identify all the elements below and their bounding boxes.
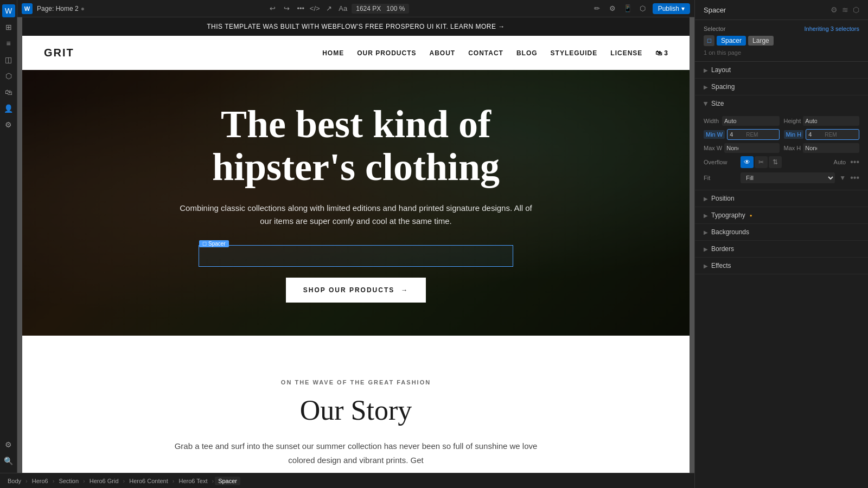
panel-interactions-icon[interactable]: ≋ <box>842 5 848 14</box>
tool-webflow-icon[interactable]: W <box>2 4 15 17</box>
breadcrumb-hero6content[interactable]: Hero6 Content <box>126 477 171 485</box>
cart-count: 3 <box>664 49 668 57</box>
breadcrumb-spacer[interactable]: Spacer <box>215 477 240 485</box>
nav-home[interactable]: HOME <box>322 49 344 57</box>
effects-label: Effects <box>711 262 731 269</box>
breadcrumb-hero6[interactable]: Hero6 <box>29 477 52 485</box>
tool-layers-icon[interactable]: ≡ <box>2 37 15 50</box>
overflow-more-icon[interactable]: ••• <box>850 157 859 167</box>
typography-dot: ● <box>750 213 752 218</box>
backgrounds-header[interactable]: ▶ Backgrounds <box>695 224 868 240</box>
site-nav: GRIT HOME OUR PRODUCTS ABOUT CONTACT BLO… <box>22 36 690 70</box>
breadcrumb-sep-3: › <box>83 478 85 484</box>
shop-cta-label: SHOP OUR PRODUCTS <box>303 286 394 294</box>
nav-license[interactable]: LICENSE <box>610 49 642 57</box>
position-chevron: ▶ <box>704 196 708 202</box>
tool-settings-icon[interactable]: ⚙ <box>2 438 15 451</box>
breadcrumb-hero6grid[interactable]: Hero6 Grid <box>86 477 122 485</box>
style-editor-button[interactable]: ✏ <box>592 3 603 14</box>
typography-label: Typography <box>711 211 745 219</box>
tool-search-icon[interactable]: 🔍 <box>2 454 15 467</box>
selector-inherit-text[interactable]: Inheriting 3 selectors <box>805 25 860 32</box>
more-button[interactable]: ••• <box>295 3 306 14</box>
fit-more-icon[interactable]: ▼ <box>839 174 846 182</box>
redo-button[interactable]: ↪ <box>281 3 292 14</box>
borders-header[interactable]: ▶ Borders <box>695 241 868 257</box>
tool-cms-icon[interactable]: ⬡ <box>2 69 15 82</box>
tool-apps-icon[interactable]: ⚙ <box>2 118 15 131</box>
tool-ecom-icon[interactable]: 🛍 <box>2 86 15 99</box>
breadcrumb-hero6text[interactable]: Hero6 Text <box>175 477 210 485</box>
min-height-field: Min H REM <box>784 129 860 140</box>
nav-cart[interactable]: 🛍 3 <box>655 49 668 57</box>
width-input[interactable] <box>722 116 738 126</box>
fit-select[interactable]: Fill Contain Cover <box>741 172 835 183</box>
breadcrumb-spacer-label: Spacer <box>218 478 237 484</box>
top-bar: W Page: Home 2 ● ↩ ↪ ••• </> ↗ Aa 1624 P… <box>17 0 694 17</box>
max-height-label: Max H <box>784 145 801 151</box>
nav-blog[interactable]: BLOG <box>516 49 538 57</box>
min-width-label: Min W <box>704 130 725 139</box>
min-height-input[interactable] <box>806 130 822 139</box>
responsive-button[interactable]: 📱 <box>622 3 633 14</box>
min-height-unit: REM <box>822 130 839 139</box>
hero-content: The best kind of hipster's clothing Comb… <box>166 103 546 303</box>
spacer-element[interactable]: ☐ Spacer <box>199 245 513 267</box>
nav-products[interactable]: OUR PRODUCTS <box>357 49 416 57</box>
breadcrumb-hero6-label: Hero6 <box>32 478 48 484</box>
webflow-logo: W <box>22 3 33 14</box>
layout-header[interactable]: ▶ Layout <box>695 62 868 78</box>
share-button[interactable]: ↗ <box>323 3 334 14</box>
max-height-input[interactable] <box>803 143 819 153</box>
selector-note: 1 on this page <box>704 49 859 56</box>
announcement-text: THIS TEMPLATE WAS BUILT WITH WEBFLOW'S F… <box>207 23 505 30</box>
nav-links: HOME OUR PRODUCTS ABOUT CONTACT BLOG STY… <box>322 49 668 57</box>
min-width-input[interactable] <box>727 130 744 139</box>
selector-tag-spacer[interactable]: Spacer <box>717 36 746 46</box>
tool-assets-icon[interactable]: ◫ <box>2 53 15 66</box>
shop-cta-button[interactable]: SHOP OUR PRODUCTS → <box>286 278 426 303</box>
overflow-scroll-btn[interactable]: ⇅ <box>769 156 782 168</box>
section-borders: ▶ Borders <box>695 241 868 258</box>
nav-contact[interactable]: CONTACT <box>468 49 503 57</box>
section-typography: ▶ Typography ● <box>695 207 868 224</box>
nav-styleguide[interactable]: STYLEGUIDE <box>551 49 598 57</box>
position-header[interactable]: ▶ Position <box>695 190 868 207</box>
selector-tag-large[interactable]: Large <box>748 36 774 46</box>
undo-button[interactable]: ↩ <box>267 3 278 14</box>
panel-settings-icon[interactable]: ⚙ <box>831 5 838 14</box>
hero-subtitle: Combining classic collections along with… <box>177 202 535 228</box>
fit-label: Fit <box>704 175 736 181</box>
height-field: Height <box>784 116 860 126</box>
breadcrumb-sep-6: › <box>212 478 214 484</box>
panel-more-icon[interactable]: ⬡ <box>853 5 859 14</box>
breadcrumb-body[interactable]: Body <box>17 477 24 485</box>
overflow-hidden-btn[interactable]: ✂ <box>755 156 768 168</box>
effects-header[interactable]: ▶ Effects <box>695 258 868 274</box>
max-width-input[interactable] <box>724 143 741 153</box>
section-layout: ▶ Layout <box>695 62 868 79</box>
section-position: ▶ Position <box>695 190 868 207</box>
selector-label-text: Selector <box>704 25 725 32</box>
tool-members-icon[interactable]: 👤 <box>2 102 15 115</box>
nav-about[interactable]: ABOUT <box>429 49 455 57</box>
typography-header[interactable]: ▶ Typography ● <box>695 207 868 223</box>
publish-button[interactable]: Publish ▾ <box>653 3 690 14</box>
overflow-visible-btn[interactable]: 👁 <box>741 156 754 168</box>
layout-label: Layout <box>711 66 731 74</box>
spacing-label: Spacing <box>711 83 735 91</box>
tool-pages-icon[interactable]: ⊞ <box>2 21 15 34</box>
spacing-header[interactable]: ▶ Spacing <box>695 79 868 95</box>
layout-chevron: ▶ <box>704 67 708 73</box>
fit-settings-icon[interactable]: ••• <box>850 173 859 183</box>
code-button[interactable]: </> <box>309 3 320 14</box>
borders-label: Borders <box>711 245 734 253</box>
cart-icon: 🛍 <box>655 49 662 57</box>
size-header[interactable]: ▶ Size <box>695 95 868 112</box>
height-input[interactable] <box>803 116 819 126</box>
selector-type-icon[interactable]: ☐ <box>704 35 714 46</box>
apps-button[interactable]: ⬡ <box>637 3 648 14</box>
settings-button[interactable]: ⚙ <box>607 3 618 14</box>
accessibility-button[interactable]: Aa <box>337 3 348 14</box>
breadcrumb-section[interactable]: Section <box>55 477 82 485</box>
